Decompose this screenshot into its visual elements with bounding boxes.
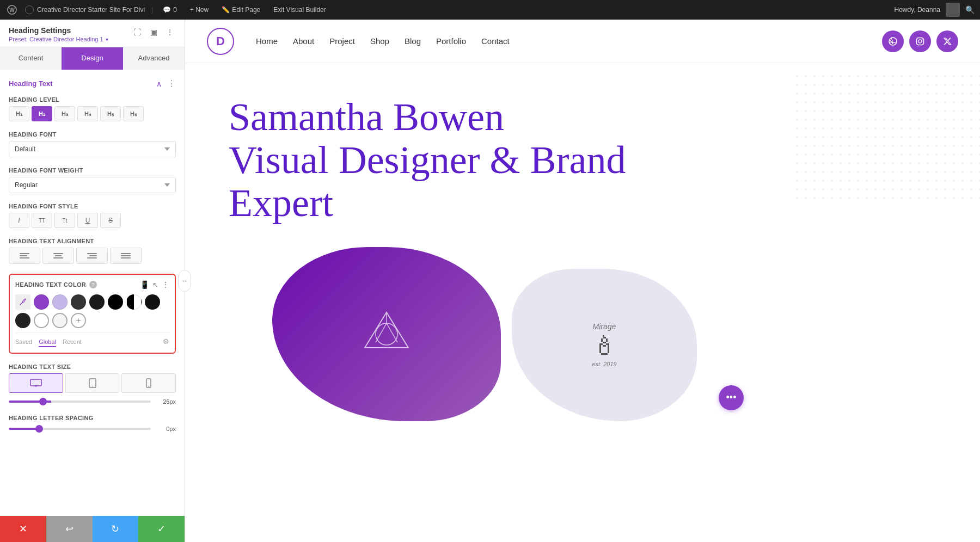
fab-button[interactable]: ••• [719, 385, 744, 410]
italic-button[interactable]: I [9, 213, 29, 228]
cancel-button[interactable]: ✕ [0, 516, 46, 542]
heading-size-label: Heading Text Size [9, 364, 176, 370]
tab-design[interactable]: Design [62, 47, 123, 70]
uppercase-button[interactable]: TT [32, 213, 52, 228]
svg-point-7 [92, 386, 93, 387]
h5-button[interactable]: H₅ [100, 106, 121, 121]
new-button[interactable]: + New [187, 6, 212, 14]
more-options-icon[interactable]: ⋮ [164, 26, 176, 38]
gallery-image-left [272, 247, 501, 421]
tab-content[interactable]: Content [0, 47, 62, 70]
swatch-half-black[interactable] [126, 294, 142, 310]
nav-blog[interactable]: Blog [405, 36, 421, 46]
color-section-header: Heading Text Color ? 📱 ↖ ⋮ [15, 280, 169, 289]
h6-button[interactable]: H₆ [123, 106, 144, 121]
svg-line-2 [20, 303, 22, 305]
admin-bar: W Creative Director Starter Site For Div… [0, 0, 980, 20]
swatch-black[interactable] [108, 294, 123, 310]
size-device-icons [9, 373, 176, 393]
undo-button[interactable]: ↩ [46, 516, 93, 542]
panel-header: Heading Settings Preset: Creative Direct… [0, 20, 185, 47]
letter-spacing-slider[interactable] [9, 428, 151, 430]
h1-button[interactable]: H₁ [9, 106, 29, 121]
nav-project[interactable]: Project [329, 36, 355, 46]
section-header: Heading Text ∧ ⋮ [9, 78, 176, 89]
color-help-icon[interactable]: ? [89, 281, 97, 288]
section-collapse-icon[interactable]: ∧ [156, 79, 162, 88]
align-left-button[interactable] [9, 248, 40, 264]
panel-tabs: Content Design Advanced [0, 47, 185, 70]
saved-tab[interactable]: Saved [15, 337, 32, 347]
heading-letter-spacing-label: Heading Letter Spacing [9, 415, 176, 421]
add-color-button[interactable]: + [71, 313, 86, 328]
dribbble-button[interactable] [882, 30, 904, 52]
swatch-outline-1[interactable] [34, 313, 49, 328]
global-tab[interactable]: Global [39, 337, 56, 347]
search-icon[interactable]: 🔍 [965, 5, 975, 14]
svg-point-13 [922, 39, 923, 40]
h3-button[interactable]: H₃ [54, 106, 75, 121]
color-swatches: + [15, 294, 169, 328]
instagram-button[interactable] [909, 30, 931, 52]
comments-button[interactable]: 💬 0 [160, 6, 180, 14]
svg-line-19 [387, 323, 397, 342]
color-cursor-icon[interactable]: ↖ [152, 281, 158, 289]
candle-image: Mirage 🕯 est. 2019 [591, 322, 617, 367]
heading-font-weight-select[interactable]: Regular Bold Light Medium [9, 177, 176, 193]
hero-heading: Samantha Bowen Visual Designer & Brand E… [229, 96, 642, 225]
heading-color-label: Heading Text Color [15, 281, 86, 288]
h2-button[interactable]: H₂ [32, 106, 52, 121]
swatch-outline-2[interactable] [52, 313, 68, 328]
nav-portfolio[interactable]: Portfolio [436, 36, 466, 46]
color-settings-icon[interactable]: ⚙ [163, 337, 169, 347]
size-slider[interactable] [9, 401, 151, 403]
nav-home[interactable]: Home [256, 36, 278, 46]
h4-button[interactable]: H₄ [77, 106, 98, 121]
save-button[interactable]: ✓ [138, 516, 185, 542]
color-mobile-icon[interactable]: 📱 [140, 280, 149, 289]
main-layout: Heading Settings Preset: Creative Direct… [0, 20, 980, 542]
nav-contact[interactable]: Contact [481, 36, 510, 46]
swatch-charcoal[interactable] [15, 313, 30, 328]
eyedropper-tool[interactable] [15, 294, 30, 310]
color-more-icon[interactable]: ⋮ [162, 280, 169, 289]
nav-about[interactable]: About [293, 36, 314, 46]
color-header-icons: 📱 ↖ ⋮ [140, 280, 169, 289]
svg-point-9 [148, 386, 149, 387]
swatch-near-black[interactable] [89, 294, 105, 310]
nav-links: Home About Project Shop Blog Portfolio C… [256, 36, 510, 46]
redo-button[interactable]: ↻ [93, 516, 139, 542]
desktop-size-icon[interactable] [9, 373, 63, 393]
nav-shop[interactable]: Shop [370, 36, 389, 46]
swatch-very-dark[interactable] [145, 294, 160, 310]
hero-section: Samantha Bowen Visual Designer & Brand E… [185, 63, 980, 421]
align-right-button[interactable] [76, 248, 108, 264]
edit-page-button[interactable]: ✏️ Edit Page [218, 6, 264, 14]
mobile-size-icon[interactable] [121, 373, 176, 393]
swatch-dark-gray[interactable] [71, 294, 86, 310]
section-menu-icon[interactable]: ⋮ [167, 78, 176, 89]
x-twitter-button[interactable] [936, 30, 958, 52]
swatch-purple[interactable] [34, 294, 49, 310]
svg-point-12 [918, 40, 922, 43]
tab-advanced[interactable]: Advanced [123, 47, 185, 70]
site-name[interactable]: Creative Director Starter Site For Divi [25, 5, 145, 14]
strikethrough-button[interactable]: S [100, 213, 121, 228]
align-justify-button[interactable] [110, 248, 142, 264]
swatch-light-purple[interactable] [52, 294, 68, 310]
tablet-size-icon[interactable] [65, 373, 120, 393]
recent-tab[interactable]: Recent [63, 337, 82, 347]
image-gallery: Mirage 🕯 est. 2019 ••• [229, 247, 936, 421]
site-logo[interactable]: D [207, 28, 234, 55]
capitalize-button[interactable]: Tt [54, 213, 75, 228]
heading-font-select[interactable]: Default Open Sans Roboto Lato [9, 141, 176, 157]
wp-logo[interactable]: W [5, 3, 19, 16]
columns-icon[interactable]: ▣ [148, 26, 160, 38]
dot-pattern-decoration [795, 74, 980, 215]
panel-resize-handle[interactable]: ↔ [178, 270, 191, 292]
align-center-button[interactable] [42, 248, 74, 264]
underline-button[interactable]: U [77, 213, 98, 228]
fullscreen-icon[interactable]: ⛶ [131, 26, 143, 38]
exit-builder-button[interactable]: Exit Visual Builder [270, 6, 329, 14]
admin-bar-right: Howdy, Deanna 🔍 [895, 3, 975, 17]
